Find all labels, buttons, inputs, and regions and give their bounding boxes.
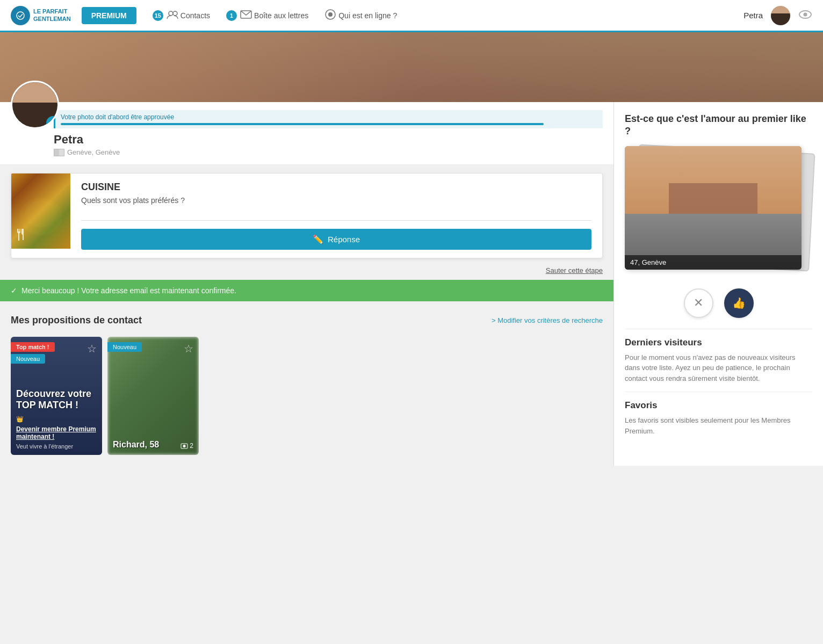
cuisine-content: CUISINE Quels sont vos plats préférés ? … bbox=[70, 173, 602, 258]
card-subtitle: Veut vivre à l'étranger bbox=[16, 443, 97, 450]
dislike-icon: ✕ bbox=[694, 296, 703, 310]
visitors-title: Derniers visiteurs bbox=[625, 337, 812, 348]
reponse-label: Réponse bbox=[328, 235, 360, 244]
contacts-nav[interactable]: 15 Contacts bbox=[153, 10, 210, 21]
cuisine-question: Quels sont vos plats préférés ? bbox=[81, 196, 591, 205]
circle-icon bbox=[324, 9, 336, 22]
online-nav[interactable]: Qui est en ligne ? bbox=[324, 9, 397, 22]
pencil-icon: ✏️ bbox=[313, 234, 323, 244]
propositions-title: Mes propositions de contact bbox=[11, 315, 142, 326]
richard-card[interactable]: Nouveau ☆ Richard, 58 2 bbox=[107, 337, 199, 455]
contacts-badge: 15 bbox=[153, 10, 163, 21]
mailbox-nav[interactable]: 1 Boîte aux lettres bbox=[226, 10, 308, 21]
svg-point-6 bbox=[804, 12, 807, 16]
person-cards-stack: 47, Genève bbox=[625, 146, 812, 280]
flag-icon bbox=[54, 149, 64, 156]
svg-point-8 bbox=[52, 122, 55, 125]
divider-2 bbox=[625, 392, 812, 392]
love-title: Est-ce que c'est l'amour au premier like… bbox=[625, 113, 812, 138]
like-button[interactable]: 👍 bbox=[724, 288, 754, 318]
top-match-card[interactable]: Top match ! Nouveau ☆ Découvrez votre TO… bbox=[11, 337, 102, 455]
profile-location: Genève, Genève bbox=[54, 148, 603, 156]
person-photo bbox=[625, 146, 802, 270]
propositions-header: Mes propositions de contact > Modifier v… bbox=[0, 309, 613, 331]
contacts-icon bbox=[167, 10, 178, 21]
cuisine-card: CUISINE Quels sont vos plats préférés ? … bbox=[11, 173, 603, 258]
svg-point-4 bbox=[328, 12, 333, 17]
dislike-button[interactable]: ✕ bbox=[684, 288, 713, 318]
header-username: Petra bbox=[743, 11, 763, 20]
favorites-section: Favoris Les favoris sont visibles seulem… bbox=[625, 400, 812, 436]
confirmation-message: Merci beaucoup ! Votre adresse email est… bbox=[21, 286, 236, 295]
hero-overlay bbox=[0, 32, 823, 102]
person-card-front: 47, Genève bbox=[625, 146, 802, 270]
discover-text: Découvrez votre TOP MATCH ! bbox=[16, 388, 97, 411]
cuisine-input-line bbox=[81, 210, 591, 221]
star-icon-2[interactable]: ☆ bbox=[184, 342, 193, 355]
svg-rect-9 bbox=[52, 120, 55, 122]
cuisine-image bbox=[11, 173, 70, 249]
love-section: Est-ce que c'est l'amour au premier like… bbox=[625, 113, 812, 318]
visitors-text: Pour le moment vous n'avez pas de nouvea… bbox=[625, 352, 812, 384]
nouveau-badge-2: Nouveau bbox=[107, 342, 142, 352]
logo-text: LE PARFAIT GENTLEMAN bbox=[33, 8, 71, 22]
envelope-icon bbox=[240, 10, 252, 20]
camera-badge bbox=[46, 116, 59, 129]
card-person-name: Richard, 58 bbox=[113, 440, 159, 450]
like-icon: 👍 bbox=[732, 296, 746, 309]
header-avatar[interactable] bbox=[771, 6, 790, 25]
cards-grid: Top match ! Nouveau ☆ Découvrez votre TO… bbox=[0, 337, 613, 466]
star-icon-1[interactable]: ☆ bbox=[87, 342, 97, 355]
divider-1 bbox=[625, 329, 812, 329]
profile-section: Votre photo doit d'abord être approuvée … bbox=[0, 102, 613, 165]
svg-point-11 bbox=[183, 445, 186, 447]
logo-icon bbox=[11, 6, 30, 25]
fork-icon bbox=[16, 228, 25, 244]
hero-image bbox=[0, 32, 823, 102]
modify-criteria-link[interactable]: > Modifier vos critères de recherche bbox=[492, 316, 603, 324]
nouveau-badge-1: Nouveau bbox=[11, 354, 45, 364]
skip-link[interactable]: Sauter cette étape bbox=[11, 266, 603, 274]
profile-name: Petra bbox=[54, 133, 603, 147]
svg-point-0 bbox=[169, 11, 173, 16]
eye-icon[interactable] bbox=[798, 9, 812, 23]
person-age-location: 47, Genève bbox=[625, 255, 802, 270]
mailbox-label: Boîte aux lettres bbox=[254, 11, 308, 20]
header: LE PARFAIT GENTLEMAN PREMIUM 15 Contacts… bbox=[0, 0, 823, 32]
left-column: Votre photo doit d'abord être approuvée … bbox=[0, 102, 613, 466]
photo-approval-text: Votre photo doit d'abord être approuvée bbox=[61, 113, 174, 121]
premium-link-card[interactable]: Devenir membre Premium maintenant ! bbox=[16, 425, 97, 440]
top-match-badge: Top match ! bbox=[11, 342, 55, 352]
main-container: Votre photo doit d'abord être approuvée … bbox=[0, 102, 823, 466]
mailbox-badge: 1 bbox=[226, 10, 237, 21]
photo-approval-bar: Votre photo doit d'abord être approuvée bbox=[54, 110, 603, 128]
confirmation-bar: ✓ Merci beaucoup ! Votre adresse email e… bbox=[0, 280, 613, 301]
contacts-label: Contacts bbox=[181, 11, 210, 20]
favorites-text: Les favoris sont visibles seulement pour… bbox=[625, 415, 812, 436]
visitors-section: Derniers visiteurs Pour le moment vous n… bbox=[625, 337, 812, 384]
cuisine-title: CUISINE bbox=[81, 182, 591, 193]
logo[interactable]: LE PARFAIT GENTLEMAN bbox=[11, 6, 71, 25]
favorites-title: Favoris bbox=[625, 400, 812, 411]
header-right: Petra bbox=[743, 6, 812, 25]
action-buttons: ✕ 👍 bbox=[625, 288, 812, 318]
profile-avatar[interactable] bbox=[11, 81, 59, 129]
checkmark-icon: ✓ bbox=[11, 286, 17, 295]
online-label: Qui est en ligne ? bbox=[338, 11, 397, 20]
reponse-button[interactable]: ✏️ Réponse bbox=[81, 229, 591, 250]
premium-button[interactable]: PREMIUM bbox=[82, 7, 136, 24]
card-photo-count: 2 bbox=[181, 442, 193, 450]
svg-point-1 bbox=[173, 11, 177, 16]
right-column: Est-ce que c'est l'amour au premier like… bbox=[613, 102, 823, 466]
